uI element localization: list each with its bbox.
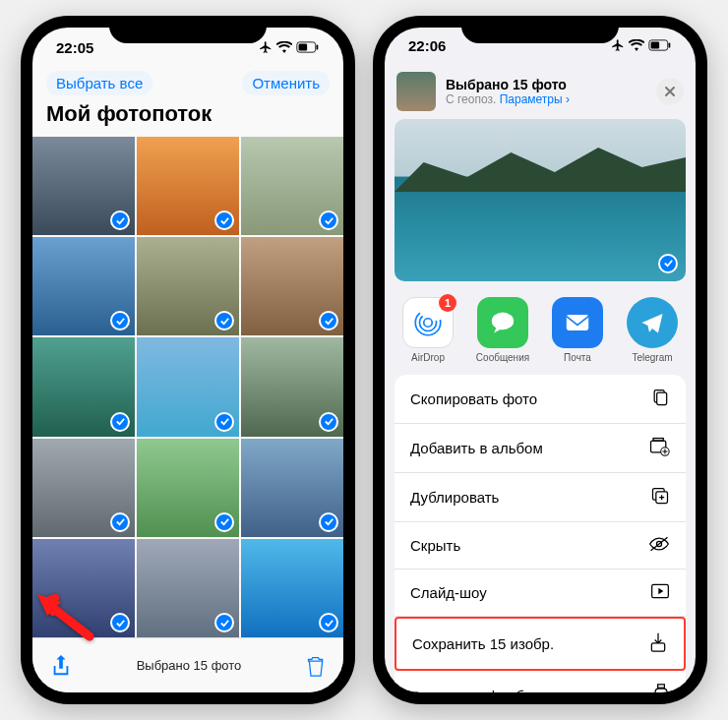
share-header: Выбрано 15 фото С геопоз. Параметры › bbox=[385, 64, 696, 119]
svg-rect-7 bbox=[651, 42, 660, 49]
status-icons bbox=[611, 38, 672, 52]
wifi-icon bbox=[629, 39, 644, 51]
share-apps-row: 1 AirDrop Сообщения Почта Telegram bbox=[385, 291, 696, 375]
app-mail[interactable]: Почта bbox=[548, 297, 607, 363]
svg-point-11 bbox=[492, 313, 514, 330]
photo-thumb[interactable] bbox=[32, 237, 135, 335]
share-preview[interactable] bbox=[394, 119, 686, 281]
photo-thumb[interactable] bbox=[241, 237, 343, 335]
svg-point-9 bbox=[420, 314, 437, 330]
action-label: Сохранить 15 изобр. bbox=[412, 635, 554, 652]
share-header-thumb bbox=[396, 72, 436, 111]
phone-right: 22:06 Выбрано 15 фото С геопоз. Параметр… bbox=[373, 16, 707, 704]
play-rect-icon bbox=[650, 582, 670, 603]
selection-status: Выбрано 15 фото bbox=[137, 658, 242, 673]
photo-thumb[interactable] bbox=[137, 237, 239, 335]
download-icon bbox=[648, 631, 668, 656]
svg-point-8 bbox=[424, 319, 433, 328]
checkmark-icon bbox=[319, 412, 338, 432]
svg-line-4 bbox=[49, 605, 90, 636]
app-label: AirDrop bbox=[411, 352, 445, 363]
photo-thumb[interactable] bbox=[241, 539, 343, 637]
messages-icon bbox=[487, 307, 518, 338]
close-button[interactable] bbox=[656, 78, 684, 105]
checkmark-icon bbox=[319, 512, 338, 532]
mail-icon bbox=[562, 307, 593, 338]
app-label: Telegram bbox=[632, 352, 672, 363]
checkmark-icon bbox=[110, 512, 130, 532]
svg-rect-16 bbox=[653, 438, 663, 441]
checkmark-icon bbox=[319, 613, 338, 632]
eye-slash-icon bbox=[648, 535, 670, 556]
duplicate-icon bbox=[650, 486, 670, 509]
badge: 1 bbox=[439, 294, 456, 312]
nav-bar: Выбрать все Отменить bbox=[32, 67, 343, 101]
callout-arrow bbox=[35, 592, 94, 645]
trash-icon bbox=[306, 654, 326, 678]
action-label: Добавить в альбом bbox=[410, 440, 543, 456]
action-copy-photo[interactable]: Скопировать фото bbox=[394, 375, 686, 424]
photo-thumb[interactable] bbox=[137, 439, 239, 537]
checkmark-icon bbox=[658, 254, 678, 273]
checkmark-icon bbox=[110, 613, 130, 632]
checkmark-icon bbox=[110, 412, 130, 432]
checkmark-icon bbox=[214, 412, 234, 432]
photo-thumb[interactable] bbox=[241, 337, 343, 436]
notch bbox=[461, 16, 619, 43]
airplane-icon bbox=[611, 38, 625, 52]
copy-icon bbox=[650, 388, 670, 410]
screen-share-sheet: 22:06 Выбрано 15 фото С геопоз. Параметр… bbox=[385, 28, 696, 692]
photo-thumb[interactable] bbox=[241, 439, 343, 537]
svg-rect-6 bbox=[669, 43, 671, 48]
svg-rect-1 bbox=[317, 44, 319, 49]
photo-thumb[interactable] bbox=[137, 539, 239, 637]
app-label: Сообщения bbox=[476, 352, 529, 363]
select-all-button[interactable]: Выбрать все bbox=[46, 71, 152, 95]
action-label: Дублировать bbox=[410, 489, 499, 506]
action-slideshow[interactable]: Слайд-шоу bbox=[394, 570, 686, 617]
app-messages[interactable]: Сообщения bbox=[473, 297, 532, 363]
share-subtitle: С геопоз. Параметры › bbox=[446, 92, 570, 106]
share-icon bbox=[50, 653, 72, 679]
bottom-toolbar: Выбрано 15 фото bbox=[32, 637, 343, 692]
phone-left: 22:05 Выбрать все Отменить Мой фотопоток bbox=[21, 16, 355, 704]
photo-thumb[interactable] bbox=[32, 137, 135, 235]
share-actions-list: Скопировать фото Добавить в альбом Дубли… bbox=[394, 375, 686, 692]
album-add-icon bbox=[648, 437, 670, 459]
status-time: 22:05 bbox=[56, 39, 93, 56]
share-title: Выбрано 15 фото bbox=[446, 77, 570, 92]
action-label: Создать циферблат bbox=[410, 688, 547, 692]
action-save-images[interactable]: Сохранить 15 изобр. bbox=[394, 617, 686, 671]
wifi-icon bbox=[276, 41, 292, 53]
close-icon bbox=[664, 86, 676, 97]
status-icons bbox=[259, 40, 320, 54]
action-label: Слайд-шоу bbox=[410, 584, 487, 601]
photo-thumb[interactable] bbox=[32, 337, 135, 436]
app-airdrop[interactable]: 1 AirDrop bbox=[398, 297, 457, 363]
trash-button[interactable] bbox=[306, 654, 326, 678]
photo-thumb[interactable] bbox=[241, 137, 343, 235]
notch bbox=[109, 16, 267, 43]
share-params-link[interactable]: Параметры bbox=[500, 92, 563, 106]
checkmark-icon bbox=[214, 512, 234, 532]
cancel-button[interactable]: Отменить bbox=[242, 71, 330, 95]
page-title: Мой фотопоток bbox=[32, 101, 343, 137]
action-label: Скопировать фото bbox=[410, 390, 537, 407]
share-button[interactable] bbox=[50, 653, 72, 679]
status-time: 22:06 bbox=[408, 37, 446, 54]
photo-thumb[interactable] bbox=[137, 137, 239, 235]
photo-thumb[interactable] bbox=[32, 439, 135, 537]
photo-thumb[interactable] bbox=[137, 337, 239, 436]
battery-icon bbox=[648, 39, 672, 51]
airplane-icon bbox=[259, 40, 273, 54]
svg-line-21 bbox=[651, 537, 668, 551]
svg-rect-14 bbox=[657, 392, 667, 405]
action-label: Скрыть bbox=[410, 537, 460, 554]
app-telegram[interactable]: Telegram bbox=[623, 297, 682, 363]
action-duplicate[interactable]: Дублировать bbox=[394, 473, 686, 522]
action-create-watchface[interactable]: Создать циферблат bbox=[394, 671, 686, 692]
action-hide[interactable]: Скрыть bbox=[394, 522, 686, 570]
action-add-to-album[interactable]: Добавить в альбом bbox=[394, 424, 686, 473]
svg-rect-25 bbox=[658, 685, 665, 688]
airdrop-icon bbox=[411, 306, 445, 339]
